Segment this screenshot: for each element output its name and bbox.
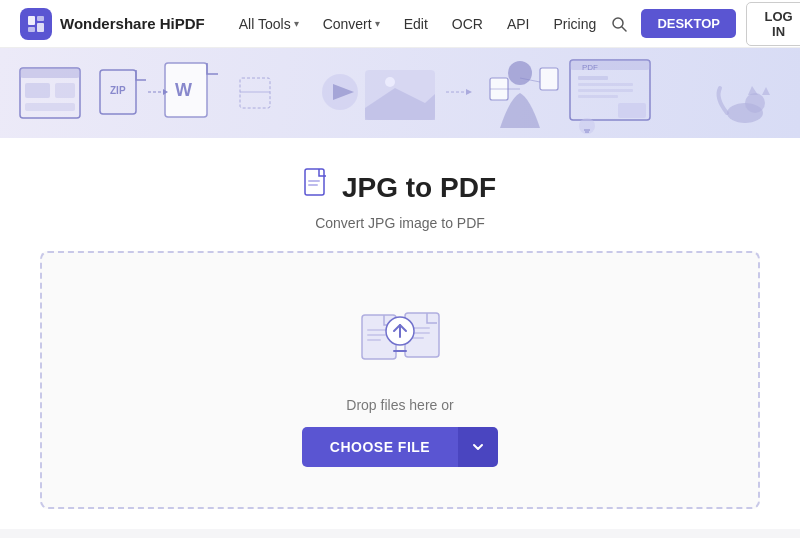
choose-file-dropdown-button[interactable] [458, 427, 498, 467]
nav-item-api[interactable]: API [497, 10, 540, 38]
brand-name: Wondershare HiPDF [60, 15, 205, 32]
svg-point-23 [385, 77, 395, 87]
nav-links: All Tools ▾ Convert ▾ Edit OCR API Prici… [229, 10, 607, 38]
svg-rect-50 [367, 329, 387, 331]
nav-item-pricing[interactable]: Pricing [544, 10, 607, 38]
svg-text:W: W [175, 80, 192, 100]
file-icon [304, 168, 332, 207]
svg-text:PDF: PDF [582, 63, 598, 72]
upload-illustration [350, 293, 450, 377]
chevron-down-icon: ▾ [294, 18, 299, 29]
svg-text:ZIP: ZIP [110, 85, 126, 96]
svg-rect-28 [540, 68, 558, 90]
svg-rect-1 [37, 16, 44, 21]
nav-item-all-tools[interactable]: All Tools ▾ [229, 10, 309, 38]
svg-rect-8 [20, 68, 80, 78]
nav-item-ocr[interactable]: OCR [442, 10, 493, 38]
nav-item-convert[interactable]: Convert ▾ [313, 10, 390, 38]
page-title-area: JPG to PDF [304, 168, 496, 207]
svg-point-40 [745, 93, 765, 113]
svg-rect-35 [578, 83, 633, 86]
svg-rect-3 [28, 27, 35, 32]
page-subtitle: Convert JPG image to PDF [315, 215, 485, 231]
login-button[interactable]: LOG IN [746, 2, 800, 46]
svg-rect-10 [55, 83, 75, 98]
navbar: Wondershare HiPDF All Tools ▾ Convert ▾ … [0, 0, 800, 48]
svg-rect-51 [367, 334, 387, 336]
logo-area[interactable]: Wondershare HiPDF [20, 8, 205, 40]
desktop-button[interactable]: DESKTOP [641, 9, 736, 38]
svg-point-26 [508, 61, 532, 85]
svg-rect-38 [618, 103, 646, 118]
banner: ZIP W PDF [0, 48, 800, 138]
choose-file-area: CHOOSE FILE [302, 427, 498, 467]
drop-text: Drop files here or [346, 397, 453, 413]
nav-item-edit[interactable]: Edit [394, 10, 438, 38]
svg-rect-44 [308, 184, 318, 186]
search-button[interactable] [606, 8, 631, 40]
main-content: JPG to PDF Convert JPG image to PDF [0, 138, 800, 529]
chevron-down-icon: ▾ [375, 18, 380, 29]
dropzone: Drop files here or CHOOSE FILE [40, 251, 760, 509]
choose-file-button[interactable]: CHOOSE FILE [302, 427, 458, 467]
page-title: JPG to PDF [342, 172, 496, 204]
svg-rect-37 [578, 95, 618, 98]
chevron-down-icon [472, 441, 484, 453]
svg-rect-2 [37, 23, 44, 32]
svg-rect-52 [367, 339, 381, 341]
svg-rect-11 [25, 103, 75, 111]
svg-rect-43 [308, 180, 320, 182]
svg-rect-36 [578, 89, 633, 92]
svg-line-5 [622, 27, 626, 31]
svg-rect-0 [28, 16, 35, 25]
svg-rect-34 [578, 76, 608, 80]
nav-right: DESKTOP LOG IN [606, 2, 800, 46]
logo-icon [20, 8, 52, 40]
svg-rect-9 [25, 83, 50, 98]
